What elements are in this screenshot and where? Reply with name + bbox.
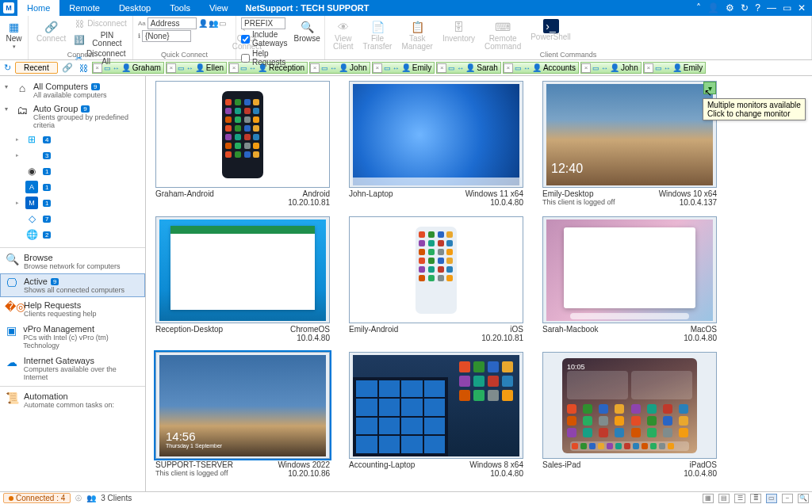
remote-command-button[interactable]: ⌨RemoteCommand — [481, 17, 524, 52]
group-quick-label: Quick Connect — [133, 51, 236, 59]
minimize-icon[interactable]: — — [767, 2, 776, 13]
thumbnail-screenshot[interactable] — [155, 81, 330, 188]
collapse-icon[interactable]: ▾ — [5, 82, 11, 90]
thumbnail-screenshot[interactable] — [155, 216, 330, 323]
disconnect-button[interactable]: ⛓ Disconnect — [72, 17, 128, 30]
tree-os-cube[interactable]: ◇7 — [2, 211, 144, 227]
client-thumbnail[interactable]: Reception-DesktopChromeOS10.0.4.80 — [155, 216, 330, 342]
cube-icon: ◇ — [25, 212, 38, 225]
thumbnail-screenshot[interactable]: 14:56Thursday 1 September — [155, 352, 330, 459]
thumbnail-screenshot[interactable] — [542, 216, 717, 323]
zoom-in[interactable]: 🔍 — [798, 494, 809, 503]
tree-os-chrome[interactable]: ◉1 — [2, 163, 144, 179]
client-thumbnail[interactable]: 12:40▾Emily-DesktopThis client is logged… — [542, 81, 717, 207]
tree-os-apple[interactable]: ▸3 — [2, 147, 144, 163]
tree-os-ns[interactable]: ▸M1 — [2, 195, 144, 211]
tab-view[interactable]: View — [200, 0, 238, 16]
thumbnail-screenshot[interactable]: 12:40▾ — [542, 81, 717, 188]
view-client-button[interactable]: 👁ViewClient — [330, 17, 357, 52]
new-button[interactable]: ▦ New ▾ — [5, 17, 23, 52]
tag-close-icon[interactable]: × — [644, 63, 653, 73]
gear-icon[interactable]: ⚙ — [726, 2, 734, 13]
collapse-ribbon-icon[interactable]: ˄ — [696, 2, 701, 13]
client-thumbnail[interactable]: 10:05Sales-iPadiPadOS10.0.4.80 — [542, 352, 717, 478]
collapse-icon[interactable]: ▾ — [5, 104, 11, 113]
view-list[interactable]: ☰ — [734, 494, 745, 503]
refresh-icon[interactable]: ↻ — [741, 2, 749, 13]
tree-auto-group[interactable]: ▾ 🗂 Auto Group9 Clients grouped by prede… — [2, 101, 144, 132]
view-small-icons[interactable]: ▤ — [718, 494, 730, 503]
client-thumbnail[interactable]: Accounting-LaptopWindows 8 x6410.0.4.80 — [349, 352, 523, 478]
client-tag[interactable]: ×▭↔👤Ellen — [166, 62, 227, 74]
client-thumbnail[interactable]: 14:56Thursday 1 SeptemberSUPPORT-TSERVER… — [155, 352, 330, 478]
tag-link-icon: ↔ — [601, 64, 608, 72]
zoom-out[interactable]: − — [782, 494, 793, 503]
browse-button[interactable]: 🔍 Browse — [290, 17, 323, 67]
nav-vpro[interactable]: ▣ vPro ManagementPCs with Intel (c) vPro… — [0, 321, 145, 353]
thumb-name: Sales-iPad — [542, 460, 580, 469]
nav-browse[interactable]: 🔍 BrowseBrowse network for computers — [0, 250, 145, 273]
maximize-icon[interactable]: ▭ — [783, 2, 791, 13]
view-thumbnails[interactable]: ▭ — [766, 494, 777, 503]
client-thumbnail[interactable]: Emily-AndroidiOS10.20.10.81 — [349, 216, 523, 342]
person-icon[interactable]: 👤 — [198, 19, 208, 28]
group-icon[interactable]: 👥 — [209, 19, 218, 28]
nav-active[interactable]: 🖵 Active9Shows all connected computers — [0, 273, 145, 297]
client-tag[interactable]: ×▭↔👤Sarah — [436, 62, 501, 74]
tree-os-web[interactable]: 🌐2 — [2, 227, 144, 242]
address-dropdown[interactable]: Address — [147, 17, 197, 29]
close-icon[interactable]: ✕ — [798, 2, 806, 13]
help-requests-check[interactable]: Help Requests — [241, 48, 287, 67]
inventory-button[interactable]: 🗄Inventory — [439, 17, 478, 44]
include-gateways-check[interactable]: Include Gateways — [241, 29, 287, 48]
client-thumbnail[interactable]: Sarah-MacbookMacOS10.0.4.80 — [542, 216, 717, 342]
prefix-input[interactable]: PREFIX — [241, 17, 285, 29]
tab-home[interactable]: Home — [17, 0, 59, 16]
thumb-os: Windows 8 x64 — [469, 460, 523, 469]
pin-connect-button[interactable]: 🔢 PIN Connect — [72, 31, 128, 48]
client-thumbnail[interactable]: Graham-AndroidAndroid10.20.10.81 — [155, 81, 330, 207]
client-tag[interactable]: ×▭↔👤Emily — [372, 62, 435, 74]
status-nodes-icon[interactable]: ⦾ — [75, 494, 82, 503]
view-large-icons[interactable]: ▦ — [703, 494, 714, 503]
tag-close-icon[interactable]: × — [229, 63, 239, 73]
tab-remote[interactable]: Remote — [59, 0, 109, 16]
file-transfer-button[interactable]: 📄FileTransfer — [360, 17, 396, 52]
tab-desktop[interactable]: Desktop — [109, 0, 160, 16]
tag-close-icon[interactable]: × — [437, 63, 446, 73]
task-icon: 📋 — [409, 19, 425, 35]
client-tag[interactable]: ×▭↔👤John — [580, 62, 642, 74]
connect-button[interactable]: 🔗 Connect — [33, 17, 69, 44]
tag-screen-icon: ▭ — [515, 64, 522, 72]
client-tag[interactable]: ×▭↔👤Accounts — [503, 62, 579, 74]
tab-tools[interactable]: Tools — [160, 0, 200, 16]
client-thumbnail[interactable]: John-LaptopWindows 11 x6410.0.4.80 — [349, 81, 523, 207]
tree-all-computers[interactable]: ▾ ⌂ All Computers9 All available compute… — [2, 79, 144, 101]
tag-close-icon[interactable]: × — [581, 63, 591, 73]
help-icon[interactable]: ? — [755, 2, 760, 13]
tag-close-icon[interactable]: × — [167, 63, 176, 73]
status-connected[interactable]: Connected : 4 — [3, 493, 71, 503]
thumb-name: Reception-Desktop — [155, 325, 223, 334]
thumbnail-grid[interactable]: Graham-AndroidAndroid10.20.10.81John-Lap… — [146, 76, 812, 491]
thumbnail-screenshot[interactable] — [349, 216, 523, 323]
tree-os-windows[interactable]: ▸⊞4 — [2, 132, 144, 147]
task-manager-button[interactable]: 📋TaskManager — [398, 17, 435, 52]
tree-os-android[interactable]: A1 — [2, 179, 144, 195]
powershell-button[interactable]: ›_PowerShell — [527, 17, 574, 43]
thumbnail-screenshot[interactable] — [349, 81, 523, 188]
nav-internet-gateways[interactable]: ☁ Internet GatewaysComputers available o… — [0, 353, 145, 384]
user-icon[interactable]: 👤 — [707, 2, 719, 13]
client-tag[interactable]: ×▭↔👤Emily — [643, 62, 706, 74]
none-dropdown[interactable]: {None} — [142, 30, 191, 42]
tag-close-icon[interactable]: × — [504, 63, 513, 73]
view-details[interactable]: ≣ — [750, 494, 761, 503]
refresh-small-icon[interactable]: ↻ — [2, 63, 13, 73]
nav-help-requests[interactable]: �◎ Help RequestsClients requesting help — [0, 297, 145, 321]
multi-monitor-badge[interactable]: ▾ — [703, 82, 716, 94]
nav-automation[interactable]: 📜 AutomationAutomate common tasks on: — [0, 388, 145, 412]
thumbnail-screenshot[interactable] — [349, 352, 523, 459]
screen-icon[interactable]: ▭ — [219, 19, 226, 28]
thumbnail-screenshot[interactable]: 10:05 — [542, 352, 717, 459]
tag-close-icon[interactable]: × — [373, 63, 382, 73]
